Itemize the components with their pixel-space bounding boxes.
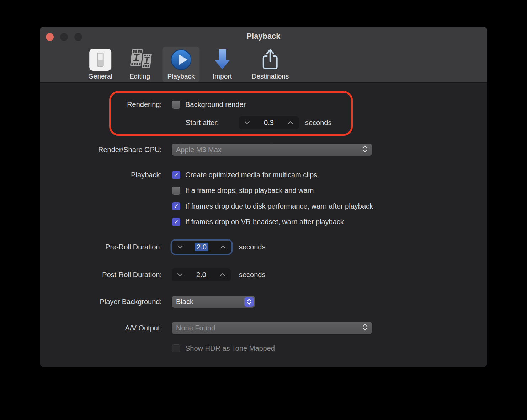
tab-destinations[interactable]: Destinations (247, 47, 294, 82)
tab-general[interactable]: General (83, 47, 117, 82)
preferences-window: Playback General (40, 27, 487, 367)
frame-drop-stop-checkbox[interactable] (172, 187, 180, 195)
show-hdr-row: Show HDR as Tone Mapped (40, 341, 487, 355)
tab-destinations-label: Destinations (252, 72, 289, 80)
player-background-row: Player Background: Black (40, 295, 487, 309)
gpu-label: Render/Share GPU: (44, 146, 162, 154)
tab-general-label: General (88, 72, 112, 80)
tab-playback[interactable]: Playback (162, 47, 199, 82)
tab-import[interactable]: Import (207, 47, 238, 82)
tab-editing-label: Editing (129, 72, 150, 80)
pre-roll-focus-ring: 2.0 (172, 241, 231, 254)
rendering-row: Rendering: Background render (40, 97, 487, 112)
vr-headset-warn-label[interactable]: If frames drop on VR headset, warn after… (185, 218, 344, 226)
show-hdr-label: Show HDR as Tone Mapped (185, 344, 275, 352)
optimized-multicam-label[interactable]: Create optimized media for multicam clip… (185, 171, 317, 179)
av-output-value: None Found (176, 324, 362, 332)
stepper-down-icon[interactable] (239, 121, 255, 124)
post-roll-label: Post-Roll Duration: (44, 271, 162, 279)
pre-roll-value[interactable]: 2.0 (188, 243, 215, 251)
rendering-label: Rendering: (44, 101, 162, 109)
updown-chevron-icon (244, 297, 254, 307)
av-output-dropdown: None Found (172, 322, 372, 334)
av-output-row: A/V Output: None Found (40, 321, 487, 335)
start-after-value[interactable]: 0.3 (255, 119, 282, 127)
window-title: Playback (40, 32, 487, 41)
post-roll-value[interactable]: 2.0 (188, 271, 214, 279)
vr-headset-warn-checkbox[interactable] (172, 218, 180, 226)
playback-option-row: Playback: Create optimized media for mul… (40, 168, 487, 182)
pre-roll-stepper: 2.0 (172, 241, 231, 254)
playback-icon (170, 48, 192, 72)
import-icon (212, 48, 233, 72)
general-icon (89, 48, 112, 72)
player-background-label: Player Background: (44, 298, 162, 306)
post-roll-stepper: 2.0 (172, 268, 231, 281)
playback-option-row: If frames drop due to disk performance, … (40, 199, 487, 213)
player-background-dropdown[interactable]: Black (172, 296, 255, 308)
toolbar: Playback General (40, 27, 487, 83)
start-after-stepper: 0.3 (239, 116, 299, 129)
pre-roll-unit: seconds (239, 243, 266, 251)
updown-chevron-icon (362, 323, 368, 333)
pre-roll-label: Pre-Roll Duration: (44, 243, 162, 251)
start-after-label: Start after: (186, 119, 219, 127)
destinations-icon (260, 48, 280, 72)
tab-editing[interactable]: Editing (122, 47, 157, 82)
background-render-checkbox[interactable] (172, 101, 180, 109)
show-hdr-checkbox (172, 344, 180, 352)
stepper-up-icon[interactable] (214, 273, 231, 276)
player-background-value: Black (176, 298, 244, 306)
desktop: Playback General (0, 0, 527, 420)
gpu-dropdown: Apple M3 Max (172, 144, 372, 156)
disk-performance-warn-label[interactable]: If frames drop due to disk performance, … (185, 202, 373, 210)
stepper-up-icon[interactable] (215, 245, 231, 249)
optimized-multicam-checkbox[interactable] (172, 171, 180, 179)
av-output-label: A/V Output: (44, 324, 162, 332)
playback-pane: Rendering: Background render Start after… (40, 83, 487, 367)
frame-drop-stop-label[interactable]: If a frame drops, stop playback and warn (185, 187, 314, 195)
start-after-unit: seconds (305, 119, 332, 127)
start-after-row: Start after: 0.3 seconds (40, 115, 487, 130)
stepper-down-icon[interactable] (172, 245, 188, 249)
playback-option-row: If frames drop on VR headset, warn after… (40, 215, 487, 229)
playback-label: Playback: (44, 171, 162, 179)
updown-chevron-icon (362, 145, 368, 154)
post-roll-row: Post-Roll Duration: 2.0 seconds (40, 268, 487, 282)
playback-option-row: If a frame drops, stop playback and warn (40, 183, 487, 198)
post-roll-unit: seconds (239, 271, 266, 279)
stepper-up-icon[interactable] (282, 121, 299, 124)
editing-icon (127, 48, 152, 72)
gpu-row: Render/Share GPU: Apple M3 Max (40, 142, 487, 157)
pre-roll-row: Pre-Roll Duration: 2.0 (40, 240, 487, 254)
disk-performance-warn-checkbox[interactable] (172, 202, 180, 210)
gpu-value: Apple M3 Max (176, 146, 362, 154)
tab-import-label: Import (213, 72, 232, 80)
background-render-label[interactable]: Background render (185, 101, 246, 109)
stepper-down-icon[interactable] (172, 273, 188, 276)
tab-playback-label: Playback (167, 72, 195, 80)
